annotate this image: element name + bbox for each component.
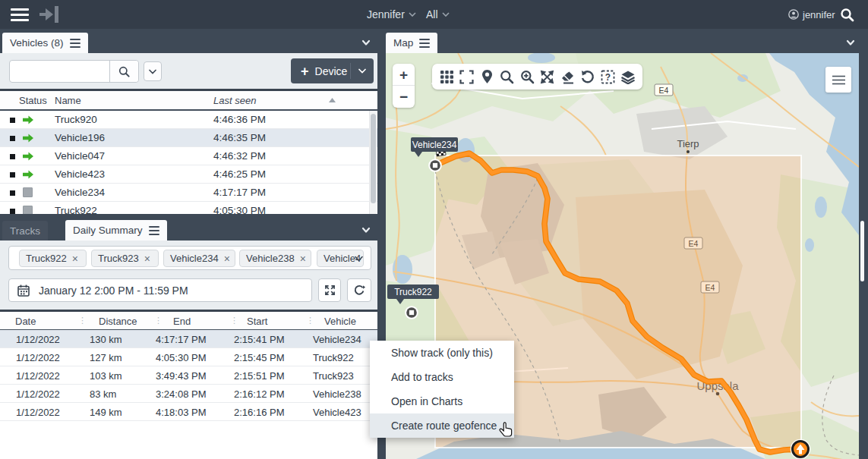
map-toolbar: ? xyxy=(432,64,642,90)
collapse-map-icon[interactable] xyxy=(845,37,856,48)
svg-text:?: ? xyxy=(605,71,611,82)
layers-tool-button[interactable] xyxy=(620,68,636,85)
vehicle-search-input[interactable] xyxy=(10,61,109,82)
vehicle-row[interactable]: Vehicle2344:17:17 PM xyxy=(0,184,377,202)
city-label-tierp: Tierp xyxy=(677,138,699,149)
vehicle-row[interactable]: Vehicle4234:46:25 PM xyxy=(0,165,377,184)
tab-menu-icon[interactable] xyxy=(70,36,80,50)
route-end-marker[interactable] xyxy=(791,440,810,459)
vehicles-scrollbar[interactable] xyxy=(369,111,377,214)
zoom-area-tool-button[interactable] xyxy=(519,68,535,85)
summary-row[interactable]: 1/12/2022130 km4:17:17 PM2:15:41 PMVehic… xyxy=(0,330,377,348)
username-label: jennifer xyxy=(803,9,835,20)
col-start[interactable]: Start xyxy=(247,316,267,327)
summary-row[interactable]: 1/12/202283 km3:24:08 PM2:16:12 PMVehicl… xyxy=(0,385,377,403)
chip-remove-icon[interactable]: × xyxy=(224,253,230,265)
tab-menu-icon[interactable] xyxy=(149,224,159,237)
zoom-out-button[interactable]: − xyxy=(393,86,415,108)
row-select-box[interactable] xyxy=(10,209,15,214)
undo-tool-button[interactable] xyxy=(579,68,596,85)
tab-vehicles-label: Vehicles (8) xyxy=(10,37,64,49)
chips-dropdown-icon[interactable] xyxy=(355,256,363,262)
vehicle234-marker[interactable] xyxy=(428,159,442,172)
col-distance[interactable]: Distance xyxy=(99,316,137,327)
truck922-marker[interactable] xyxy=(405,306,418,319)
vehicle-row[interactable]: Truck9224:05:30 PM xyxy=(0,202,377,214)
summary-row[interactable]: 1/12/2022103 km3:49:43 PM2:15:51 PMTruck… xyxy=(0,366,377,385)
col-name[interactable]: Name xyxy=(55,95,81,106)
col-status[interactable]: Status xyxy=(19,95,47,106)
page-scrollbar[interactable] xyxy=(859,53,868,459)
col-end[interactable]: End xyxy=(173,316,191,327)
col-vehicle[interactable]: Vehicle xyxy=(324,316,356,327)
row-select-box[interactable] xyxy=(10,190,15,196)
vehicle-chip[interactable]: Truck923× xyxy=(91,250,159,267)
collapse-tracks-icon[interactable] xyxy=(361,225,371,235)
search-options-button[interactable] xyxy=(144,61,162,81)
scope-selector[interactable]: All xyxy=(426,0,450,29)
grid-tool-button[interactable] xyxy=(438,68,455,85)
chip-remove-icon[interactable]: × xyxy=(72,253,78,265)
pin-tool-button[interactable] xyxy=(478,68,495,85)
row-select-box[interactable] xyxy=(10,136,15,141)
list-icon xyxy=(832,75,845,85)
sort-asc-icon[interactable] xyxy=(329,98,336,102)
scrollbar-thumb[interactable] xyxy=(371,114,376,203)
search-button[interactable] xyxy=(840,0,854,29)
scrollbar-thumb[interactable] xyxy=(860,221,864,281)
tab-tracks[interactable]: Tracks xyxy=(2,221,48,241)
collapse-panel-icon[interactable] xyxy=(361,37,371,48)
eraser-tool-button[interactable] xyxy=(559,68,576,85)
workspace-selector[interactable]: Jennifer xyxy=(367,0,416,29)
menu-item-add-to-tracks[interactable]: Add to tracks xyxy=(370,365,514,389)
col-date[interactable]: Date xyxy=(15,316,36,327)
vehicle-search-button[interactable] xyxy=(109,61,138,82)
calendar-icon xyxy=(17,285,30,297)
refresh-button[interactable] xyxy=(347,278,371,302)
select-help-tool-button[interactable]: ? xyxy=(599,68,616,85)
tab-vehicles[interactable]: Vehicles (8) xyxy=(2,33,88,53)
search-tool-button[interactable] xyxy=(499,68,516,85)
add-device-label: Device xyxy=(315,65,348,77)
tab-daily-summary[interactable]: Daily Summary xyxy=(65,220,167,241)
vehicles-table-header: Status Name Last seen xyxy=(0,91,377,109)
row-select-box[interactable] xyxy=(10,172,15,178)
vehicle-chips-box[interactable]: Truck922×Truck923×Vehicle234×Vehicle238×… xyxy=(8,246,371,270)
menu-item-show-track[interactable]: Show track (only this) xyxy=(370,341,514,365)
vehicle-chip[interactable]: Vehicle234× xyxy=(163,250,235,267)
summary-row[interactable]: 1/12/2022127 km4:05:30 PM2:15:45 PMTruck… xyxy=(0,348,377,366)
vehicle-row[interactable]: Vehicle1964:46:35 PM xyxy=(0,129,377,147)
menu-item-create-route-geofence[interactable]: Create route geofence xyxy=(370,413,514,438)
fit-tool-button[interactable] xyxy=(539,68,556,85)
chip-remove-icon[interactable]: × xyxy=(300,253,306,265)
summary-row[interactable]: 1/12/2022149 km4:18:03 PM2:16:16 PMVehic… xyxy=(0,403,377,421)
vehicle-last-seen: 4:17:17 PM xyxy=(213,187,266,198)
tab-map[interactable]: Map xyxy=(386,33,437,53)
vehicle-row[interactable]: Truck9204:46:36 PM xyxy=(0,111,377,129)
chip-remove-icon[interactable]: × xyxy=(144,253,150,265)
row-select-box[interactable] xyxy=(10,154,15,159)
expand-button[interactable] xyxy=(318,278,341,302)
vehicle-chip[interactable]: Truck922× xyxy=(19,250,87,267)
vehicle-chip[interactable]: Vehicle238× xyxy=(239,250,311,267)
menu-button[interactable] xyxy=(11,0,29,29)
moving-status-icon xyxy=(23,169,33,180)
map-layers-list-button[interactable] xyxy=(825,67,851,93)
context-menu: Show track (only this) Add to tracks Ope… xyxy=(370,341,514,438)
search-icon xyxy=(118,66,130,77)
row-select-box[interactable] xyxy=(10,118,15,123)
date-range-input[interactable]: January 12 2:00 PM - 11:59 PM xyxy=(8,278,312,302)
tab-menu-icon[interactable] xyxy=(419,36,430,50)
fullscreen-tool-button[interactable] xyxy=(459,68,475,85)
menu-item-open-in-charts[interactable]: Open in Charts xyxy=(370,389,514,413)
vehicle-row[interactable]: Vehicle0474:46:32 PM xyxy=(0,147,377,165)
user-menu[interactable]: jennifer xyxy=(788,0,835,29)
add-device-button[interactable]: + Device xyxy=(291,58,374,83)
tab-bar: Vehicles (8) Map xyxy=(0,29,868,53)
tab-daily-summary-label: Daily Summary xyxy=(73,225,143,236)
road-badge-e4: E4 xyxy=(659,86,669,95)
col-last-seen[interactable]: Last seen xyxy=(213,95,256,106)
vehicles-panel: + Device Status Name Last seen Truck9204… xyxy=(0,53,377,214)
device-menu-icon[interactable] xyxy=(358,68,366,74)
zoom-in-button[interactable]: + xyxy=(393,64,415,86)
